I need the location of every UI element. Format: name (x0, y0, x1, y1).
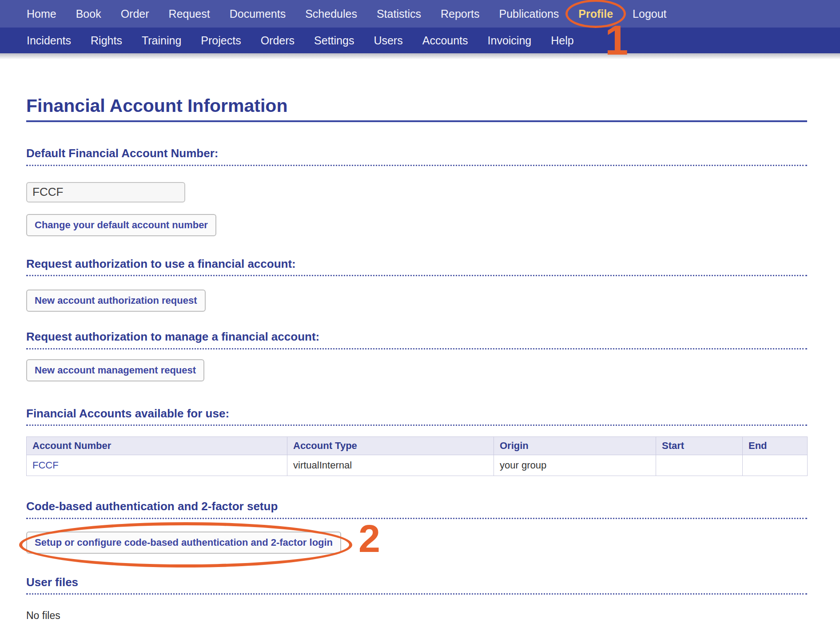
new-authorization-request-button[interactable]: New account authorization request (26, 290, 206, 312)
nav-item-users[interactable]: Users (364, 34, 412, 47)
nav-item-help[interactable]: Help (541, 34, 583, 47)
nav-item-projects[interactable]: Projects (191, 34, 251, 47)
cell-origin: your group (494, 455, 656, 476)
default-account-input[interactable] (26, 182, 185, 202)
nav-item-orders[interactable]: Orders (251, 34, 304, 47)
secondary-nav: Incidents Rights Training Projects Order… (0, 28, 840, 53)
nav-item-book[interactable]: Book (66, 8, 111, 20)
top-navigation: Home Book Order Request Documents Schedu… (0, 0, 840, 60)
page-title: Financial Account Information (26, 96, 807, 122)
primary-nav: Home Book Order Request Documents Schedu… (0, 0, 840, 28)
user-files-heading: User files (26, 575, 807, 595)
nav-item-schedules[interactable]: Schedules (295, 8, 367, 20)
nav-item-accounts[interactable]: Accounts (413, 34, 478, 47)
nav-item-invoicing[interactable]: Invoicing (478, 34, 541, 47)
section-auth-setup: Code-based authentication and 2-factor s… (26, 499, 807, 552)
nav-shadow (0, 53, 840, 60)
col-origin: Origin (494, 437, 656, 455)
table-row: FCCF virtualInternal your group (27, 455, 808, 476)
cell-account-number-link[interactable]: FCCF (27, 455, 287, 476)
col-account-type: Account Type (287, 437, 494, 455)
nav-item-reports[interactable]: Reports (431, 8, 490, 20)
auth-setup-button-row: Setup or configure code-based authentica… (26, 532, 807, 552)
cell-account-type: virtualInternal (287, 455, 494, 476)
nav-item-statistics[interactable]: Statistics (367, 8, 431, 20)
use-request-heading: Request authorization to use a financial… (26, 257, 807, 277)
change-default-account-button[interactable]: Change your default account number (26, 214, 216, 236)
cell-start (656, 455, 743, 476)
new-management-request-button[interactable]: New account management request (26, 359, 204, 381)
section-manage-request: Request authorization to manage a financ… (26, 329, 807, 381)
main-content: Financial Account Information Default Fi… (0, 96, 840, 622)
nav-item-settings[interactable]: Settings (304, 34, 364, 47)
default-account-heading: Default Financial Account Number: (26, 146, 807, 166)
cell-end (743, 455, 808, 476)
nav-item-documents[interactable]: Documents (220, 8, 295, 20)
col-end: End (743, 437, 808, 455)
col-start: Start (656, 437, 743, 455)
setup-2factor-button[interactable]: Setup or configure code-based authentica… (26, 532, 341, 554)
auth-setup-heading: Code-based authentication and 2-factor s… (26, 499, 807, 519)
nav-item-request[interactable]: Request (159, 8, 220, 20)
accounts-table-heading: Financial Accounts available for use: (26, 406, 807, 426)
section-use-request: Request authorization to use a financial… (26, 257, 807, 312)
nav-item-order[interactable]: Order (111, 8, 159, 20)
annotation-step-2: 2 (358, 519, 380, 558)
col-account-number: Account Number (27, 437, 287, 455)
financial-accounts-table: Account Number Account Type Origin Start… (26, 436, 808, 476)
table-header-row: Account Number Account Type Origin Start… (27, 437, 808, 455)
section-user-files: User files No files (26, 575, 807, 622)
manage-request-heading: Request authorization to manage a financ… (26, 329, 807, 349)
nav-item-home[interactable]: Home (17, 8, 66, 20)
nav-item-rights[interactable]: Rights (81, 34, 132, 47)
section-default-account: Default Financial Account Number: Change… (26, 146, 807, 236)
no-files-text: No files (26, 610, 807, 622)
nav-item-training[interactable]: Training (132, 34, 191, 47)
section-accounts-table: Financial Accounts available for use: Ac… (26, 406, 807, 476)
nav-item-profile[interactable]: Profile (569, 8, 623, 20)
nav-item-incidents[interactable]: Incidents (17, 34, 81, 47)
nav-item-publications[interactable]: Publications (489, 8, 569, 20)
nav-item-logout[interactable]: Logout (623, 8, 676, 20)
